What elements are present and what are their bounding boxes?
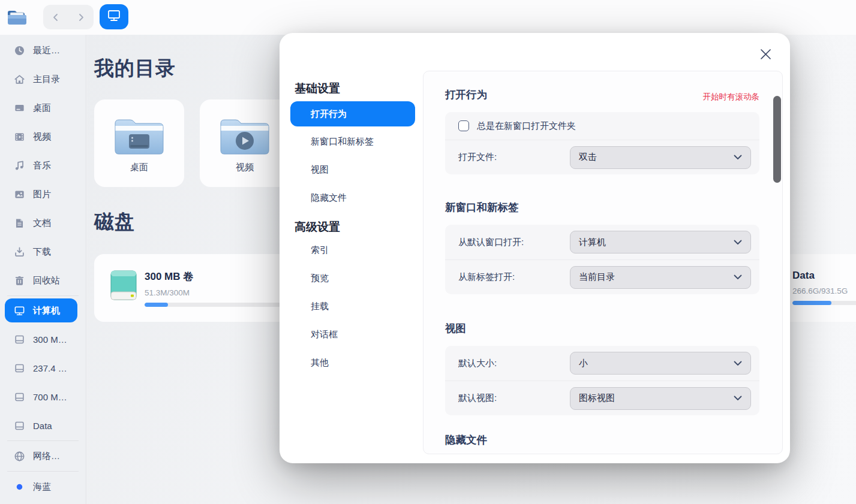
select-value: 小 — [579, 358, 588, 369]
sidebar-item-computer[interactable]: 计算机 — [5, 298, 77, 322]
tag-dot-icon — [13, 481, 25, 493]
chevron-down-icon — [734, 274, 742, 280]
checkbox-label: 总是在新窗口打开文件夹 — [477, 120, 576, 132]
sidebar: 最近… 主目录 桌面 视频 音乐 图片 文档 下载 回收站 计算机 300 M… — [0, 35, 86, 504]
chevron-down-icon — [734, 396, 742, 401]
default-view-select[interactable]: 图标视图 — [570, 387, 751, 410]
download-icon — [13, 246, 25, 258]
open-file-row: 打开文件: 双击 — [445, 140, 759, 174]
settings-nav-item-new-window-tab[interactable]: 新窗口和新标签 — [290, 128, 419, 156]
document-icon — [13, 217, 25, 229]
music-note-icon — [13, 159, 25, 171]
default-size-label: 默认大小: — [458, 358, 497, 369]
folder-card-videos[interactable]: 视频 — [200, 99, 290, 187]
video-folder-icon — [219, 115, 271, 156]
default-size-row: 默认大小: 小 — [445, 346, 759, 381]
sidebar-item-volume-237[interactable]: 237.4 … — [0, 354, 86, 382]
sidebar-divider — [7, 295, 79, 296]
settings-nav-item-hidden-files[interactable]: 隐藏文件 — [290, 184, 419, 212]
sidebar-item-pictures[interactable]: 图片 — [0, 180, 86, 209]
settings-nav-item-view[interactable]: 视图 — [290, 156, 419, 184]
settings-nav-item-open-behavior[interactable]: 打开行为 — [290, 101, 415, 126]
forward-button[interactable] — [72, 8, 90, 26]
from-new-tab-select[interactable]: 当前目录 — [570, 266, 751, 289]
sidebar-item-label: 237.4 … — [33, 363, 67, 373]
sidebar-item-documents[interactable]: 文档 — [0, 209, 86, 237]
clock-icon — [13, 44, 25, 56]
desktop-folder-icon — [113, 115, 165, 156]
toolbar — [0, 0, 856, 35]
settings-nav-item-dialog[interactable]: 对话框 — [290, 321, 419, 349]
settings-nav-item-other[interactable]: 其他 — [290, 349, 419, 377]
sidebar-item-volume-700m[interactable]: 700 M… — [0, 382, 86, 411]
sidebar-item-label: 下载 — [33, 246, 51, 258]
disk-name: Data — [792, 270, 856, 282]
select-value: 双击 — [579, 152, 597, 163]
close-button[interactable] — [756, 45, 774, 63]
app-folder-icon — [5, 7, 27, 28]
chevron-down-icon — [734, 240, 742, 245]
open-file-label: 打开文件: — [458, 152, 497, 163]
always-new-window-checkbox[interactable] — [458, 120, 469, 131]
sidebar-item-music[interactable]: 音乐 — [0, 151, 86, 180]
settings-nav-group-advanced: 高级设置 — [290, 218, 419, 236]
select-value: 计算机 — [579, 237, 606, 248]
drive-icon — [13, 420, 25, 431]
default-view-label: 默认视图: — [458, 393, 497, 404]
sidebar-item-volume-data[interactable]: Data — [0, 411, 86, 440]
folder-grid: 桌面 视频 — [94, 99, 290, 187]
history-nav-group — [43, 5, 94, 29]
scrollbar-note: 开始时有滚动条 — [703, 92, 760, 102]
new-window-tab-group: 从默认窗口打开: 计算机 从新标签打开: 当前目录 — [445, 225, 759, 294]
from-new-tab-row: 从新标签打开: 当前目录 — [445, 259, 759, 294]
section-title-open-behavior: 打开行为 — [445, 87, 487, 102]
folder-label: 视频 — [236, 162, 254, 173]
sidebar-divider — [7, 440, 79, 441]
open-behavior-group: 总是在新窗口打开文件夹 打开文件: 双击 — [445, 112, 759, 174]
sidebar-item-label: 700 M… — [33, 392, 67, 402]
sidebar-item-videos[interactable]: 视频 — [0, 122, 86, 151]
folder-card-desktop[interactable]: 桌面 — [94, 99, 184, 187]
from-new-tab-label: 从新标签打开: — [458, 271, 515, 283]
section-title-new-window-tab: 新窗口和新标签 — [445, 200, 519, 215]
sidebar-item-label: 最近… — [33, 45, 60, 56]
sidebar-item-downloads[interactable]: 下载 — [0, 237, 86, 266]
disk-progress-track — [792, 301, 856, 305]
sidebar-item-label: 300 M… — [33, 334, 67, 345]
settings-nav-item-index[interactable]: 索引 — [290, 236, 419, 264]
sidebar-item-recent[interactable]: 最近… — [0, 36, 86, 65]
default-size-select[interactable]: 小 — [570, 352, 751, 375]
drive-icon — [13, 391, 25, 403]
settings-nav: 基础设置 打开行为 新窗口和新标签 视图 隐藏文件 高级设置 索引 预览 挂载 … — [290, 77, 419, 377]
settings-nav-item-mount[interactable]: 挂载 — [290, 292, 419, 321]
settings-nav-item-preview[interactable]: 预览 — [290, 264, 419, 292]
my-directory-title: 我的目录 — [94, 55, 176, 82]
sidebar-item-label: 文档 — [33, 218, 51, 229]
sidebar-item-label: 桌面 — [33, 102, 51, 114]
disk-name: 300 MB 卷 — [145, 270, 283, 283]
disk-usage: 266.6G/931.5G — [792, 286, 856, 295]
dialog-scrollbar-thumb[interactable] — [773, 96, 781, 183]
picture-icon — [13, 188, 25, 200]
sidebar-item-label: 图片 — [33, 189, 51, 200]
sidebar-item-label: 海蓝 — [33, 481, 51, 493]
trash-icon — [13, 274, 25, 286]
sidebar-item-home[interactable]: 主目录 — [0, 65, 86, 93]
sidebar-item-desktop[interactable]: 桌面 — [0, 93, 86, 122]
open-file-select[interactable]: 双击 — [570, 146, 751, 169]
sidebar-item-tag-hailan[interactable]: 海蓝 — [0, 472, 86, 501]
computer-view-button[interactable] — [100, 4, 128, 29]
settings-nav-group-basic: 基础设置 — [290, 80, 419, 98]
from-default-window-select[interactable]: 计算机 — [570, 231, 751, 253]
sidebar-item-network[interactable]: 网络… — [0, 442, 86, 470]
sidebar-item-trash[interactable]: 回收站 — [0, 266, 86, 295]
drive-icon — [13, 333, 25, 345]
sidebar-divider — [7, 471, 79, 472]
chevron-down-icon — [734, 361, 742, 366]
back-button[interactable] — [47, 8, 65, 26]
always-new-window-row: 总是在新窗口打开文件夹 — [445, 112, 759, 140]
settings-panel: 打开行为 开始时有滚动条 总是在新窗口打开文件夹 打开文件: 双击 新窗口和新标… — [423, 71, 783, 454]
sidebar-item-volume-300m[interactable]: 300 M… — [0, 325, 86, 354]
view-group: 默认大小: 小 默认视图: 图标视图 — [445, 346, 759, 415]
globe-icon — [13, 450, 25, 462]
